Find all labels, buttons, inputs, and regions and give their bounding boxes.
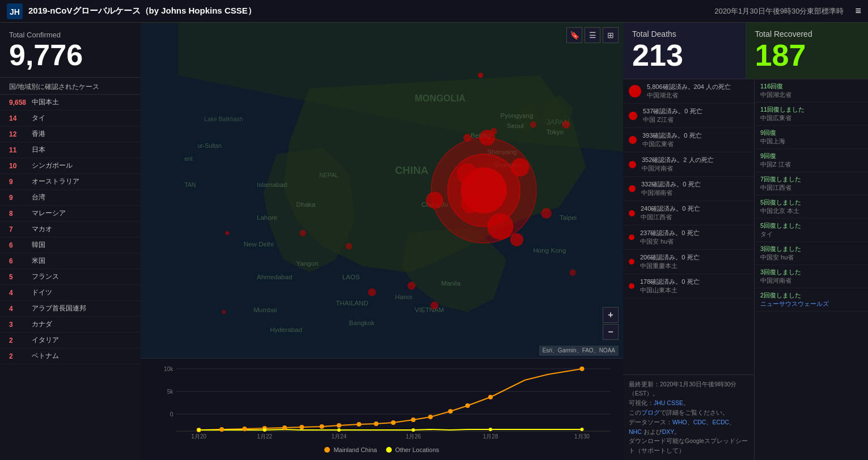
list-item: 5回復しました 中国北京 本土: [755, 195, 868, 219]
list-item[interactable]: 9オーストラリア: [0, 174, 141, 190]
menu-icon[interactable]: ≡: [855, 5, 861, 17]
mainland-dot: [324, 447, 330, 453]
footer-info: 最終更新：2020年1月30日午後9時30分（EST）。 可視化：JHU CSS…: [623, 374, 754, 460]
svg-text:Manila: Manila: [441, 279, 461, 287]
right-content: 5,806確認済み。204 人の死亡 中国湖北省 537確認済み。0 死亡 中国…: [623, 79, 868, 460]
death-region: 中国江西省: [641, 213, 748, 222]
svg-point-92: [489, 428, 492, 431]
svg-point-78: [337, 423, 341, 428]
death-stats: 332確認済み。0 死亡: [641, 180, 748, 189]
recovered-region: 中国安 hu省: [760, 253, 862, 262]
svg-text:Pyongyang: Pyongyang: [500, 112, 533, 119]
table-row: 332確認済み。0 死亡 中国湖南省: [623, 177, 754, 201]
list-item[interactable]: 12香港: [0, 126, 141, 142]
svg-point-48: [562, 121, 570, 129]
svg-text:CHINA: CHINA: [395, 164, 429, 176]
map-attribution: Esri、Garmin、FAO、NOAA: [539, 346, 619, 356]
recovered-count: 3回復しました: [760, 245, 862, 253]
recovered-count: 9回復: [760, 152, 862, 160]
svg-text:1月22: 1月22: [257, 433, 272, 440]
svg-point-73: [242, 427, 247, 431]
list-item: 3回復しました 中国安 hu省: [755, 242, 868, 265]
map-container[interactable]: MONGOLIA CHINA JAPAN Tokyo Pyongyang Seo…: [141, 23, 623, 358]
deaths-list: 5,806確認済み。204 人の死亡 中国湖北省 537確認済み。0 死亡 中国…: [623, 79, 754, 374]
deaths-column: 5,806確認済み。204 人の死亡 中国湖北省 537確認済み。0 死亡 中国…: [623, 79, 755, 460]
death-region: 中国湖南省: [641, 189, 748, 197]
recovered-count: 5回復しました: [760, 222, 862, 230]
list-item[interactable]: 6韓国: [0, 237, 141, 253]
death-stats: 537確認済み。0 死亡: [643, 107, 748, 116]
svg-point-42: [426, 191, 443, 208]
list-item[interactable]: 7マカオ: [0, 222, 141, 237]
svg-point-84: [448, 409, 452, 414]
recovered-count: 7回復しました: [760, 175, 862, 184]
svg-point-91: [412, 428, 415, 432]
svg-point-76: [299, 425, 304, 429]
data-sources: データソース：WHO、CDC、ECDC、 NHC およびDXY。: [629, 418, 748, 437]
svg-text:Mumbai: Mumbai: [253, 306, 277, 313]
svg-point-55: [478, 73, 483, 78]
svg-text:Ahmedabad: Ahmedabad: [257, 273, 293, 280]
svg-text:Islamabad: Islamabad: [257, 181, 287, 188]
grid-btn[interactable]: ⊞: [603, 27, 619, 43]
zoom-in-btn[interactable]: +: [603, 307, 619, 323]
svg-text:JH: JH: [10, 7, 20, 16]
svg-text:ent: ent: [184, 156, 193, 162]
table-row: 178確認済み。0 死亡 中国山東本土: [623, 274, 754, 299]
svg-point-85: [465, 403, 470, 408]
confirmed-label: Total Confirmed: [9, 31, 132, 39]
svg-point-86: [488, 395, 493, 399]
zoom-out-btn[interactable]: −: [603, 324, 619, 340]
list-item[interactable]: 9台湾: [0, 190, 141, 206]
svg-point-53: [463, 134, 471, 142]
list-item[interactable]: 8マレーシア: [0, 206, 141, 222]
list-item[interactable]: 2イタリア: [0, 333, 141, 348]
list-item[interactable]: 10シンガポール: [0, 158, 141, 174]
list-item[interactable]: 11日本: [0, 142, 141, 158]
list-item[interactable]: 3カナダ: [0, 317, 141, 333]
map-toolbar: 🔖 ☰ ⊞: [566, 27, 619, 43]
svg-text:5k: 5k: [167, 389, 174, 395]
death-region: 中国安 hu省: [640, 237, 748, 246]
recovered-count: 9回復: [760, 129, 862, 137]
list-item[interactable]: 14タイ: [0, 110, 141, 126]
list-item: 116回復 中国湖北省: [755, 79, 868, 103]
svg-point-93: [580, 428, 583, 431]
svg-point-45: [368, 288, 376, 296]
map-svg: MONGOLIA CHINA JAPAN Tokyo Pyongyang Seo…: [141, 23, 623, 358]
list-item: 7回復しました 中国江西省: [755, 172, 868, 195]
recovered-region: ニューサウスウェールズ: [760, 300, 862, 308]
list-item[interactable]: 4ドイツ: [0, 285, 141, 301]
svg-text:0: 0: [170, 411, 173, 418]
list-item[interactable]: 5フランス: [0, 269, 141, 285]
list-item[interactable]: 6米国: [0, 253, 141, 269]
svg-point-81: [391, 420, 396, 425]
recovered-count: 3回復しました: [760, 268, 862, 276]
recovered-panel: Total Recovered 187: [746, 23, 869, 79]
header-date: 2020年1月30日午後9時30分東部標準時: [714, 6, 844, 16]
death-stats: 178確認済み。0 死亡: [640, 278, 748, 286]
svg-point-37: [487, 214, 513, 240]
death-stats: 206確認済み。0 死亡: [640, 253, 748, 262]
blog-note: このブログで詳細をご覧ください。: [629, 408, 748, 418]
death-dot-icon: [629, 283, 634, 289]
list-item[interactable]: 9,658中国本土: [0, 95, 141, 110]
recovered-column: 116回復 中国湖北省 11回復しました 中国広東省 9回復 中国上海 9回復 …: [755, 79, 868, 460]
death-dot-icon: [629, 136, 637, 144]
list-item[interactable]: 4アラブ首長国連邦: [0, 301, 141, 317]
list-btn[interactable]: ☰: [585, 27, 600, 43]
svg-text:Hanoi: Hanoi: [395, 293, 412, 300]
list-item: 2回復しました ニューサウスウェールズ: [755, 288, 868, 312]
svg-text:ur-Sultan: ur-Sultan: [197, 143, 222, 149]
map-zoom-controls: + −: [603, 307, 619, 340]
svg-point-89: [263, 428, 266, 432]
list-item: 3回復しました 中国河南省: [755, 265, 868, 288]
bookmark-btn[interactable]: 🔖: [566, 27, 582, 43]
chart-legend: Mainland China Other Locations: [147, 446, 616, 453]
confirmed-number: 9,776: [9, 39, 132, 71]
death-dot-icon: [629, 259, 634, 265]
legend-mainland: Mainland China: [324, 446, 376, 453]
table-row: 237確認済み。0 死亡 中国安 hu省: [623, 225, 754, 250]
list-item[interactable]: 2ベトナム: [0, 348, 141, 364]
svg-text:1月20: 1月20: [191, 433, 206, 440]
